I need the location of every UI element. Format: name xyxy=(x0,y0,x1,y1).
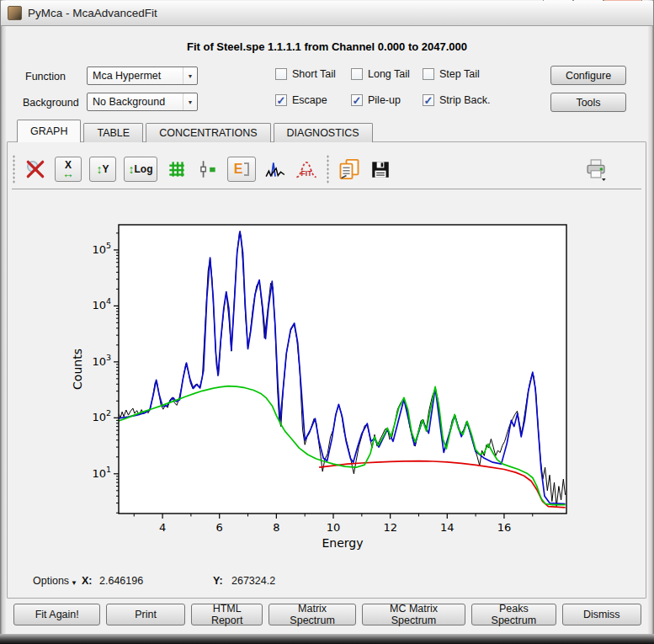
x-tick-label: 4 xyxy=(159,521,166,534)
print-button[interactable]: Print xyxy=(106,604,184,625)
spectrum-chart[interactable]: 46810121416105104103102101EnergyCounts xyxy=(0,194,654,572)
pymca-window: PyMca - McaAdvancedFit Fit of Steel.spe … xyxy=(0,0,654,644)
checkbox-box xyxy=(351,68,363,80)
peaks-spectrum-button[interactable]: Peaks Spectrum xyxy=(471,604,556,625)
toolbar-separator xyxy=(326,155,330,184)
y-tick-label: 104 xyxy=(92,296,111,311)
cursor-y-label: Y: xyxy=(213,575,223,587)
checkbox-label: Escape xyxy=(292,94,327,106)
mc-matrix-spectrum-button[interactable]: MC Matrix Spectrum xyxy=(362,604,465,625)
checkbox-short-tail[interactable]: Short Tail xyxy=(275,68,336,80)
fit-again-button[interactable]: Fit Again! xyxy=(13,604,100,625)
fit-icon[interactable]: FIT xyxy=(295,157,318,181)
matrix-spectrum-button[interactable]: Matrix Spectrum xyxy=(269,604,355,625)
x-tick-label: 12 xyxy=(383,521,397,534)
x-tick-label: 16 xyxy=(497,521,512,534)
titlebar[interactable]: PyMca - McaAdvancedFit xyxy=(1,1,653,26)
chevron-down-icon[interactable]: ▼ xyxy=(71,579,77,587)
checkbox-box: ✓ xyxy=(351,94,363,106)
energy-toggle-button[interactable]: E xyxy=(227,157,256,182)
y-autoscale-button[interactable]: ↕Y xyxy=(89,157,116,182)
chevron-down-icon: ▼ xyxy=(183,67,197,84)
status-bar: Options ▼ X: 2.646196 Y: 267324.2 xyxy=(0,575,654,590)
x-autoscale-button[interactable]: X↔ xyxy=(55,157,82,182)
spectrum-icon[interactable] xyxy=(263,157,287,181)
footer-buttons: Fit Again! Print HTML Report Matrix Spec… xyxy=(13,604,641,625)
log-scale-button[interactable]: ↕Log xyxy=(124,157,157,182)
function-value: Mca Hypermet xyxy=(88,70,183,82)
vertical-arrows-icon: ↕ xyxy=(96,165,102,173)
copy-report-icon[interactable] xyxy=(338,157,361,181)
checkbox-box: ✓ xyxy=(423,94,434,106)
app-icon xyxy=(8,6,22,20)
save-icon[interactable] xyxy=(369,157,392,181)
function-combobox[interactable]: Mca Hypermet ▼ xyxy=(87,67,198,85)
configure-button[interactable]: Configure xyxy=(550,66,626,85)
y-tick-label: 102 xyxy=(92,408,111,423)
background-combobox[interactable]: No Background ▼ xyxy=(87,93,198,111)
checkbox-pileup[interactable]: ✓ Pile-up xyxy=(351,94,401,106)
x-axis-label: Energy xyxy=(322,536,363,550)
graph-toolbar: X↔ ↕Y ↕Log E FIT xyxy=(12,150,641,189)
fit-header: Fit of Steel.spe 1.1.1.1 from Channel 0.… xyxy=(0,40,654,53)
checkbox-box xyxy=(423,68,434,80)
checkbox-label: Short Tail xyxy=(292,68,336,80)
background-label: Background xyxy=(23,97,79,109)
checkbox-label: Long Tail xyxy=(368,68,410,80)
horizontal-arrows-icon: ↔ xyxy=(62,169,74,178)
x-tick-label: 10 xyxy=(327,521,341,534)
tab-diagnostics[interactable]: DIAGNOSTICS xyxy=(274,123,373,142)
checkbox-strip-back[interactable]: ✓ Strip Back. xyxy=(423,94,490,106)
cursor-x-label: X: xyxy=(82,575,93,587)
zoom-reset-icon[interactable] xyxy=(24,157,47,181)
x-tick-label: 14 xyxy=(440,521,455,534)
tab-graph[interactable]: GRAPH xyxy=(17,120,81,142)
plot-area xyxy=(119,225,566,514)
checkbox-box: ✓ xyxy=(275,94,287,106)
cursor-y-value: 267324.2 xyxy=(231,575,275,587)
y-tick-label: 101 xyxy=(92,465,111,480)
y-tick-label: 105 xyxy=(92,241,111,256)
x-tick-label: 8 xyxy=(273,521,279,534)
y-axis-label: Counts xyxy=(71,349,84,390)
fit-icon-label: FIT xyxy=(300,169,312,178)
vertical-arrows-icon: ↕ xyxy=(129,165,135,173)
checkbox-label: Strip Back. xyxy=(439,94,490,106)
checkbox-long-tail[interactable]: Long Tail xyxy=(351,68,410,80)
tools-button[interactable]: Tools xyxy=(550,93,626,112)
options-menu[interactable]: Options xyxy=(33,575,69,587)
cursor-x-value: 2.646196 xyxy=(99,575,143,587)
checkbox-step-tail[interactable]: Step Tail xyxy=(423,68,480,80)
toolbar-handle[interactable] xyxy=(12,155,16,184)
background-value: No Background xyxy=(88,96,183,108)
bracket-icon xyxy=(244,162,249,176)
y-tick-label: 103 xyxy=(92,353,111,368)
tab-table[interactable]: TABLE xyxy=(83,123,143,142)
print-icon[interactable] xyxy=(584,157,608,181)
chevron-down-icon: ▼ xyxy=(183,93,197,110)
checkbox-escape[interactable]: ✓ Escape xyxy=(275,94,327,106)
function-label: Function xyxy=(25,71,66,82)
dismiss-button[interactable]: Dismiss xyxy=(562,604,641,625)
x-tick-label: 6 xyxy=(216,521,223,534)
tab-concentrations[interactable]: CONCENTRATIONS xyxy=(146,123,270,142)
grid-toggle-icon[interactable] xyxy=(165,157,189,181)
window-title: PyMca - McaAdvancedFit xyxy=(28,7,157,19)
checkbox-label: Pile-up xyxy=(368,94,401,106)
checkbox-box xyxy=(275,68,287,80)
tab-bar: GRAPH TABLE CONCENTRATIONS DIAGNOSTICS xyxy=(17,120,375,142)
checkbox-label: Step Tail xyxy=(439,68,480,80)
html-report-button[interactable]: HTML Report xyxy=(191,604,263,625)
window-border-bottom xyxy=(0,634,654,644)
peaks-toggle-icon[interactable] xyxy=(196,157,220,181)
